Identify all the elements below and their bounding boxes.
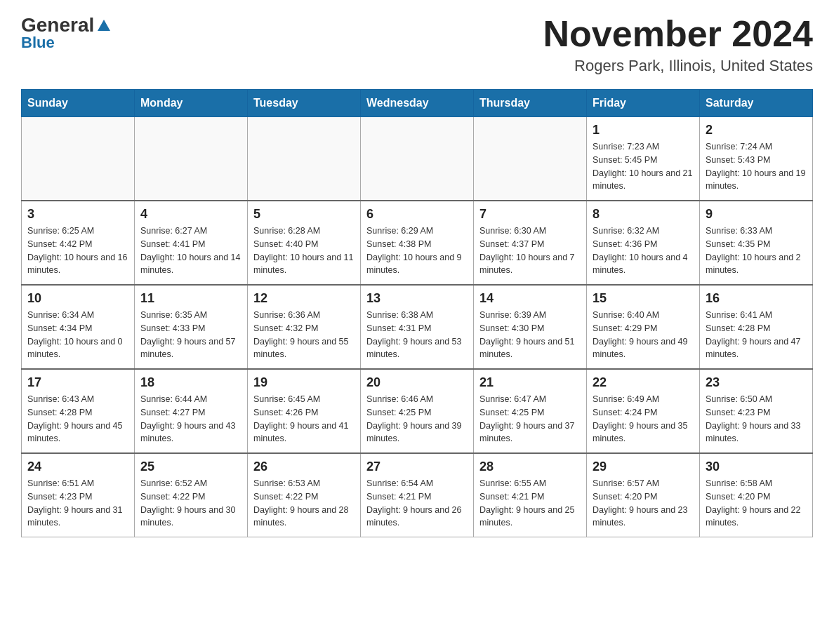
calendar-cell: 27Sunrise: 6:54 AM Sunset: 4:21 PM Dayli…: [361, 453, 474, 537]
calendar-cell: 5Sunrise: 6:28 AM Sunset: 4:40 PM Daylig…: [248, 201, 361, 285]
calendar-table: SundayMondayTuesdayWednesdayThursdayFrid…: [21, 89, 813, 537]
column-header-wednesday: Wednesday: [361, 90, 474, 117]
day-info: Sunrise: 6:52 AM Sunset: 4:22 PM Dayligh…: [140, 477, 241, 530]
calendar-cell: 24Sunrise: 6:51 AM Sunset: 4:23 PM Dayli…: [22, 453, 135, 537]
calendar-cell: 16Sunrise: 6:41 AM Sunset: 4:28 PM Dayli…: [700, 285, 813, 369]
calendar-week-row: 24Sunrise: 6:51 AM Sunset: 4:23 PM Dayli…: [22, 453, 813, 537]
day-number: 13: [366, 291, 468, 306]
calendar-cell: 15Sunrise: 6:40 AM Sunset: 4:29 PM Dayli…: [587, 285, 700, 369]
calendar-cell: 4Sunrise: 6:27 AM Sunset: 4:41 PM Daylig…: [135, 201, 248, 285]
day-info: Sunrise: 6:54 AM Sunset: 4:21 PM Dayligh…: [366, 477, 468, 530]
day-number: 24: [27, 459, 128, 474]
page-header: General Blue November 2024 Rogers Park, …: [21, 14, 813, 75]
day-info: Sunrise: 6:29 AM Sunset: 4:38 PM Dayligh…: [366, 224, 468, 277]
day-info: Sunrise: 6:33 AM Sunset: 4:35 PM Dayligh…: [706, 224, 807, 277]
day-number: 1: [593, 123, 694, 137]
day-info: Sunrise: 6:53 AM Sunset: 4:22 PM Dayligh…: [253, 477, 355, 530]
calendar-cell: 25Sunrise: 6:52 AM Sunset: 4:22 PM Dayli…: [135, 453, 248, 537]
calendar-week-row: 3Sunrise: 6:25 AM Sunset: 4:42 PM Daylig…: [22, 201, 813, 285]
calendar-cell: 17Sunrise: 6:43 AM Sunset: 4:28 PM Dayli…: [22, 369, 135, 453]
day-info: Sunrise: 6:58 AM Sunset: 4:20 PM Dayligh…: [706, 477, 807, 530]
day-number: 6: [366, 207, 468, 222]
column-header-friday: Friday: [587, 90, 700, 117]
day-number: 23: [706, 375, 807, 390]
calendar-cell: 21Sunrise: 6:47 AM Sunset: 4:25 PM Dayli…: [474, 369, 587, 453]
day-number: 18: [140, 375, 241, 390]
day-info: Sunrise: 6:27 AM Sunset: 4:41 PM Dayligh…: [140, 224, 241, 277]
calendar-cell: 14Sunrise: 6:39 AM Sunset: 4:30 PM Dayli…: [474, 285, 587, 369]
day-info: Sunrise: 6:35 AM Sunset: 4:33 PM Dayligh…: [140, 309, 241, 361]
calendar-cell: 9Sunrise: 6:33 AM Sunset: 4:35 PM Daylig…: [700, 201, 813, 285]
calendar-cell: 3Sunrise: 6:25 AM Sunset: 4:42 PM Daylig…: [22, 201, 135, 285]
day-info: Sunrise: 6:44 AM Sunset: 4:27 PM Dayligh…: [140, 393, 241, 445]
calendar-cell: 28Sunrise: 6:55 AM Sunset: 4:21 PM Dayli…: [474, 453, 587, 537]
day-number: 12: [253, 291, 355, 306]
day-info: Sunrise: 6:25 AM Sunset: 4:42 PM Dayligh…: [27, 224, 128, 277]
day-info: Sunrise: 6:39 AM Sunset: 4:30 PM Dayligh…: [479, 309, 581, 361]
logo-triangle-icon: [96, 18, 112, 32]
day-number: 26: [253, 459, 355, 474]
calendar-cell: 20Sunrise: 6:46 AM Sunset: 4:25 PM Dayli…: [361, 369, 474, 453]
day-info: Sunrise: 6:38 AM Sunset: 4:31 PM Dayligh…: [366, 309, 468, 361]
day-info: Sunrise: 6:45 AM Sunset: 4:26 PM Dayligh…: [253, 393, 355, 445]
day-info: Sunrise: 7:23 AM Sunset: 5:45 PM Dayligh…: [593, 140, 694, 193]
title-area: November 2024 Rogers Park, Illinois, Uni…: [543, 14, 813, 75]
month-title: November 2024: [543, 14, 813, 54]
day-info: Sunrise: 6:47 AM Sunset: 4:25 PM Dayligh…: [479, 393, 581, 445]
calendar-cell: [361, 117, 474, 201]
calendar-cell: 7Sunrise: 6:30 AM Sunset: 4:37 PM Daylig…: [474, 201, 587, 285]
day-number: 7: [479, 207, 581, 222]
calendar-cell: 19Sunrise: 6:45 AM Sunset: 4:26 PM Dayli…: [248, 369, 361, 453]
day-number: 21: [479, 375, 581, 390]
calendar-cell: 30Sunrise: 6:58 AM Sunset: 4:20 PM Dayli…: [700, 453, 813, 537]
column-header-thursday: Thursday: [474, 90, 587, 117]
calendar-cell: 26Sunrise: 6:53 AM Sunset: 4:22 PM Dayli…: [248, 453, 361, 537]
day-info: Sunrise: 6:50 AM Sunset: 4:23 PM Dayligh…: [706, 393, 807, 445]
calendar-cell: 11Sunrise: 6:35 AM Sunset: 4:33 PM Dayli…: [135, 285, 248, 369]
column-header-tuesday: Tuesday: [248, 90, 361, 117]
column-header-saturday: Saturday: [700, 90, 813, 117]
day-number: 3: [27, 207, 128, 222]
calendar-header-row: SundayMondayTuesdayWednesdayThursdayFrid…: [22, 90, 813, 117]
day-number: 25: [140, 459, 241, 474]
calendar-cell: [135, 117, 248, 201]
day-number: 16: [706, 291, 807, 306]
day-info: Sunrise: 6:46 AM Sunset: 4:25 PM Dayligh…: [366, 393, 468, 445]
logo: General Blue: [21, 14, 112, 52]
calendar-cell: 8Sunrise: 6:32 AM Sunset: 4:36 PM Daylig…: [587, 201, 700, 285]
calendar-cell: 12Sunrise: 6:36 AM Sunset: 4:32 PM Dayli…: [248, 285, 361, 369]
day-number: 15: [593, 291, 694, 306]
day-info: Sunrise: 6:28 AM Sunset: 4:40 PM Dayligh…: [253, 224, 355, 277]
day-info: Sunrise: 7:24 AM Sunset: 5:43 PM Dayligh…: [706, 140, 807, 193]
day-info: Sunrise: 6:55 AM Sunset: 4:21 PM Dayligh…: [479, 477, 581, 530]
column-header-monday: Monday: [135, 90, 248, 117]
day-number: 9: [706, 207, 807, 222]
day-number: 5: [253, 207, 355, 222]
day-number: 8: [593, 207, 694, 222]
day-info: Sunrise: 6:30 AM Sunset: 4:37 PM Dayligh…: [479, 224, 581, 277]
day-info: Sunrise: 6:57 AM Sunset: 4:20 PM Dayligh…: [593, 477, 694, 530]
day-info: Sunrise: 6:32 AM Sunset: 4:36 PM Dayligh…: [593, 224, 694, 277]
calendar-cell: 13Sunrise: 6:38 AM Sunset: 4:31 PM Dayli…: [361, 285, 474, 369]
day-number: 11: [140, 291, 241, 306]
logo-blue-text: Blue: [21, 34, 55, 52]
day-number: 4: [140, 207, 241, 222]
day-info: Sunrise: 6:41 AM Sunset: 4:28 PM Dayligh…: [706, 309, 807, 361]
calendar-cell: 2Sunrise: 7:24 AM Sunset: 5:43 PM Daylig…: [700, 117, 813, 201]
calendar-cell: 29Sunrise: 6:57 AM Sunset: 4:20 PM Dayli…: [587, 453, 700, 537]
calendar-cell: 1Sunrise: 7:23 AM Sunset: 5:45 PM Daylig…: [587, 117, 700, 201]
calendar-week-row: 1Sunrise: 7:23 AM Sunset: 5:45 PM Daylig…: [22, 117, 813, 201]
day-info: Sunrise: 6:49 AM Sunset: 4:24 PM Dayligh…: [593, 393, 694, 445]
day-number: 20: [366, 375, 468, 390]
calendar-cell: [248, 117, 361, 201]
day-info: Sunrise: 6:34 AM Sunset: 4:34 PM Dayligh…: [27, 309, 128, 361]
day-number: 17: [27, 375, 128, 390]
day-number: 14: [479, 291, 581, 306]
calendar-cell: [474, 117, 587, 201]
day-number: 19: [253, 375, 355, 390]
day-info: Sunrise: 6:36 AM Sunset: 4:32 PM Dayligh…: [253, 309, 355, 361]
calendar-cell: 23Sunrise: 6:50 AM Sunset: 4:23 PM Dayli…: [700, 369, 813, 453]
day-info: Sunrise: 6:40 AM Sunset: 4:29 PM Dayligh…: [593, 309, 694, 361]
day-number: 29: [593, 459, 694, 474]
calendar-cell: 10Sunrise: 6:34 AM Sunset: 4:34 PM Dayli…: [22, 285, 135, 369]
